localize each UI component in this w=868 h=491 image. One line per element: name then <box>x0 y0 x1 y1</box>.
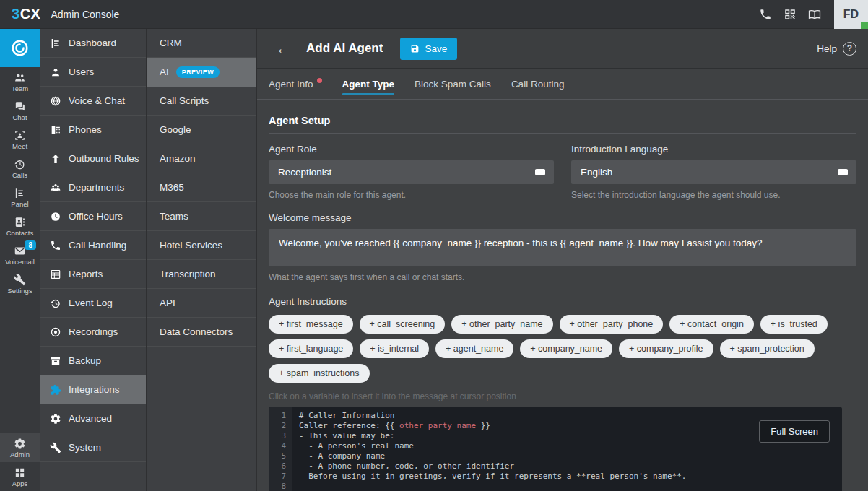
sidebar-item-backup[interactable]: Backup <box>40 347 146 375</box>
tab-call-routing[interactable]: Call Routing <box>511 69 565 99</box>
subnav-item-ai[interactable]: AIPREVIEW <box>147 58 256 87</box>
sidebar-item-office-hours[interactable]: Office Hours <box>40 202 146 231</box>
subnav-item-label: API <box>160 297 175 308</box>
subnav-item-crm[interactable]: CRM <box>147 29 256 58</box>
save-button[interactable]: Save <box>400 38 457 60</box>
variable-chip-agent-name[interactable]: + agent_name <box>435 339 513 358</box>
sidebar-item-event-log[interactable]: Event Log <box>40 289 146 318</box>
rail-item-label: Calls <box>12 171 27 179</box>
subnav-item-teams[interactable]: Teams <box>147 202 256 231</box>
sidebar-item-label: Event Log <box>69 297 113 308</box>
variable-chip-first-language[interactable]: + first_language <box>269 339 353 358</box>
rail-item-apps[interactable]: Apps <box>0 462 40 491</box>
sidebar-item-outbound-rules[interactable]: Outbound Rules <box>40 144 146 173</box>
intro-language-select[interactable]: English <box>571 160 856 184</box>
subnav-item-google[interactable]: Google <box>147 116 256 144</box>
rail-item-label: Settings <box>7 287 32 295</box>
rail-item-team[interactable]: Team <box>0 67 40 96</box>
agent-role-label: Agent Role <box>269 144 554 155</box>
subnav-item-api[interactable]: API <box>147 289 256 318</box>
subnav-item-label: CRM <box>160 38 182 48</box>
avatar[interactable]: FD <box>834 0 868 29</box>
subnav-item-label: Google <box>160 124 191 135</box>
welcome-message-field: Welcome message Welcome, you've reached … <box>269 212 856 282</box>
editor-lines: 1# Caller Information2Caller reference: … <box>269 407 842 491</box>
handbook-icon[interactable] <box>802 0 827 28</box>
sidebar-item-call-handling[interactable]: Call Handling <box>40 231 146 260</box>
sidebar-item-users[interactable]: Users <box>40 58 146 87</box>
variable-chip-first-message[interactable]: + first_message <box>269 315 353 334</box>
team-icon <box>14 71 26 84</box>
sidebar-item-label: Voice & Chat <box>69 95 125 106</box>
main-panel: ← Add AI Agent Save Help ? Agent InfoAge… <box>256 29 868 491</box>
variable-chip-spam-instructions[interactable]: + spam_instructions <box>269 364 370 383</box>
subnav-item-call-scripts[interactable]: Call Scripts <box>147 87 256 116</box>
rail-items: TeamChatMeetCallsPanelContactsVoicemail8… <box>0 67 40 298</box>
subnav-item-hotel-services[interactable]: Hotel Services <box>147 231 256 260</box>
code-text: - A person's real name <box>292 441 414 451</box>
subnav-item-label: Call Scripts <box>160 95 209 106</box>
variable-chip-is-internal[interactable]: + is_internal <box>360 339 429 358</box>
back-button[interactable]: ← <box>274 40 292 57</box>
rail-item-admin-console[interactable] <box>0 29 40 67</box>
help-button[interactable]: Help ? <box>817 42 856 56</box>
variable-chip-other-party-phone[interactable]: + other_party_phone <box>560 315 664 334</box>
fullscreen-button[interactable]: Full Screen <box>759 420 830 443</box>
qr-code-icon[interactable] <box>778 0 802 28</box>
help-question-icon: ? <box>843 42 856 56</box>
sidebar-item-dashboard[interactable]: Dashboard <box>40 29 146 58</box>
rail-item-settings[interactable]: Settings <box>0 269 40 298</box>
integrations-subnav: CRMAIPREVIEWCall ScriptsGoogleAmazonM365… <box>146 29 256 491</box>
rail-item-chat[interactable]: Chat <box>0 96 40 125</box>
calls-icon <box>14 158 26 170</box>
page-title: Add AI Agent <box>306 41 383 56</box>
sidebar-item-recordings[interactable]: Recordings <box>40 318 146 347</box>
variable-chip-is-trusted[interactable]: + is_trusted <box>760 315 828 334</box>
settings-icon <box>14 274 26 286</box>
agent-role-select[interactable]: Receptionist <box>269 160 554 184</box>
subnav-item-data-connectors[interactable]: Data Connectors <box>147 318 256 347</box>
welcome-message-helper: What the agent says first when a call or… <box>269 272 856 282</box>
rail-item-contacts[interactable]: Contacts <box>0 212 40 240</box>
rail-item-admin[interactable]: Admin <box>0 433 40 462</box>
welcome-message-input[interactable]: Welcome, you've reached {{ company_name … <box>269 229 856 266</box>
intro-language-field: Introduction Language English Select the… <box>571 144 856 200</box>
sidebar-item-label: Recordings <box>69 326 118 337</box>
variable-chip-call-screening[interactable]: + call_screening <box>360 315 446 334</box>
subnav-item-amazon[interactable]: Amazon <box>147 144 256 173</box>
sidebar-item-advanced[interactable]: Advanced <box>40 404 146 433</box>
variable-chip-other-party-name[interactable]: + other_party_name <box>451 315 552 334</box>
tab-bar: Agent InfoAgent TypeBlock Spam CallsCall… <box>257 69 868 100</box>
sidebar-item-integrations[interactable]: Integrations <box>40 375 146 404</box>
sidebar-item-system[interactable]: System <box>40 433 146 462</box>
variable-chip-spam-protection[interactable]: + spam_protection <box>720 339 815 358</box>
instructions-editor[interactable]: 1# Caller Information2Caller reference: … <box>269 407 842 491</box>
variable-chip-company-profile[interactable]: + company_profile <box>619 339 713 358</box>
variable-chip-company-name[interactable]: + company_name <box>520 339 612 358</box>
sidebar-item-label: Reports <box>69 269 103 279</box>
phone-icon[interactable] <box>753 0 778 28</box>
sidebar-item-phones[interactable]: Phones <box>40 116 146 144</box>
line-number: 2 <box>269 421 292 430</box>
sidebar-item-label: Advanced <box>69 413 112 424</box>
sidebar-item-label: Dashboard <box>69 38 116 48</box>
sidebar-item-reports[interactable]: Reports <box>40 260 146 289</box>
rail-item-meet[interactable]: Meet <box>0 125 40 154</box>
sidebar-item-voice-chat[interactable]: Voice & Chat <box>40 87 146 116</box>
variable-chip-contact-origin[interactable]: + contact_origin <box>669 315 754 334</box>
avatar-initials: FD <box>843 8 859 21</box>
contacts-icon <box>14 216 26 228</box>
sidebar-item-departments[interactable]: Departments <box>40 173 146 202</box>
tab-agent-info[interactable]: Agent Info <box>269 69 322 99</box>
history-icon <box>50 297 61 309</box>
rail-item-panel[interactable]: Panel <box>0 183 40 212</box>
welcome-message-label: Welcome message <box>269 212 856 223</box>
rail-item-calls[interactable]: Calls <box>0 154 40 183</box>
rail-item-voicemail[interactable]: Voicemail8 <box>0 240 40 269</box>
tab-block-spam-calls[interactable]: Block Spam Calls <box>415 69 491 99</box>
subnav-item-m365[interactable]: M365 <box>147 173 256 202</box>
subnav-item-transcription[interactable]: Transcription <box>147 260 256 289</box>
agent-role-value: Receptionist <box>278 167 331 178</box>
tab-agent-type[interactable]: Agent Type <box>342 69 395 99</box>
code-text: - A company name <box>292 451 385 461</box>
